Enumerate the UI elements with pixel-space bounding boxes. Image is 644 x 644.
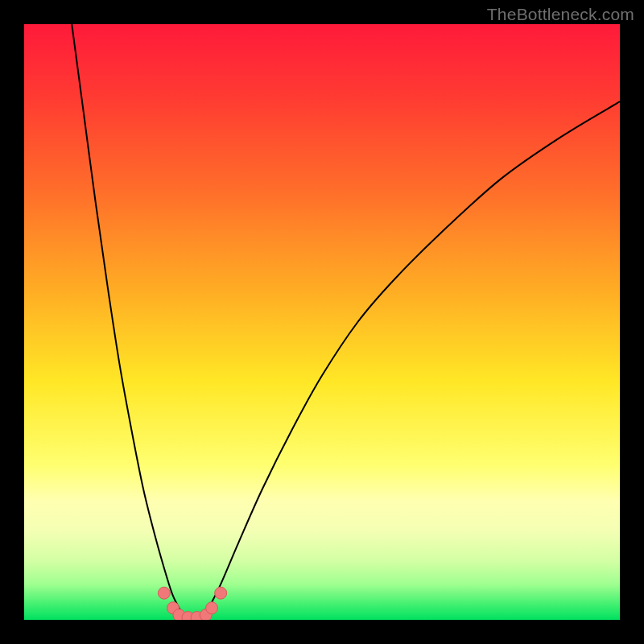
curve-right-branch (203, 101, 620, 620)
data-marker (215, 587, 227, 599)
data-marker (158, 587, 170, 599)
data-marker (206, 602, 218, 614)
curve-left-branch (72, 24, 185, 620)
chart-curves (24, 24, 620, 620)
marker-cluster (158, 587, 226, 620)
watermark-text: TheBottleneck.com (487, 5, 634, 24)
plot-area (24, 24, 620, 620)
chart-frame: TheBottleneck.com (0, 0, 644, 644)
